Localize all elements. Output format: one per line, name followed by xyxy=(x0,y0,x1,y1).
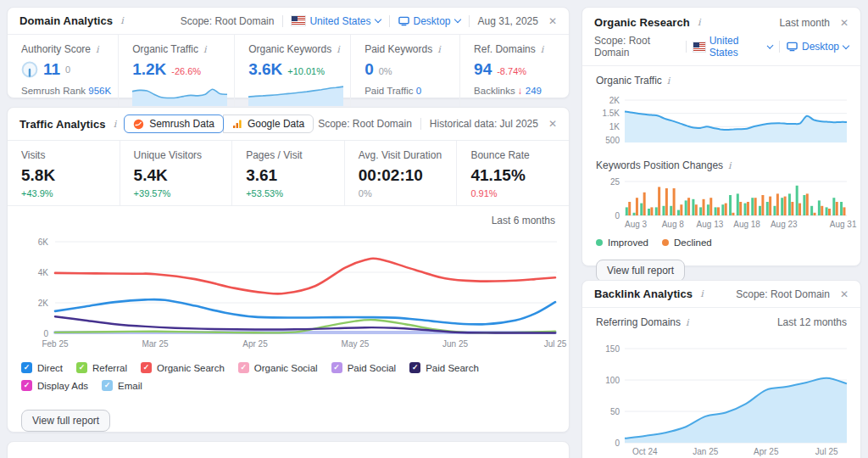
country-selector[interactable]: United States xyxy=(693,35,773,59)
backlink-analytics-title: Backlink Analytics xyxy=(594,288,693,300)
legend-organic-search[interactable]: ✓Organic Search xyxy=(141,362,225,373)
svg-text:Aug 3: Aug 3 xyxy=(625,220,648,229)
chevron-down-icon xyxy=(453,16,460,23)
svg-text:1K: 1K xyxy=(609,122,620,131)
range-label: Last 6 months xyxy=(21,215,555,226)
close-icon[interactable]: ✕ xyxy=(548,15,557,27)
divider xyxy=(779,41,780,53)
info-icon[interactable]: i xyxy=(697,17,702,28)
metric-organic-keywords: Organic Keywordsi 3.6K+10.01% xyxy=(234,35,350,113)
tab-semrush-data[interactable]: Semrush Data xyxy=(124,114,224,133)
svg-text:150: 150 xyxy=(605,344,620,354)
divider xyxy=(420,118,421,130)
checkbox-icon: ✓ xyxy=(238,362,249,373)
legend-referral[interactable]: ✓Referral xyxy=(76,362,127,373)
traffic-metrics-row: Visits 5.8K +43.9% Unique Visitors 5.4K … xyxy=(8,141,569,206)
svg-text:Apr 25: Apr 25 xyxy=(242,339,268,349)
legend-label: Organic Search xyxy=(157,363,225,373)
chevron-down-icon xyxy=(766,42,773,48)
tab-google-data[interactable]: Google Data xyxy=(223,114,314,133)
svg-text:25: 25 xyxy=(610,177,620,187)
close-icon[interactable]: ✕ xyxy=(840,288,849,300)
info-icon[interactable]: i xyxy=(437,44,442,55)
metric-authority-score: Authority Scorei 11 0 Semrush Rank 956K xyxy=(8,35,118,113)
metric-visits: Visits 5.8K +43.9% xyxy=(8,141,120,205)
traffic-analytics-title: Traffic Analytics xyxy=(19,118,106,131)
legend-label: Organic Social xyxy=(254,363,318,373)
svg-text:2K: 2K xyxy=(609,96,620,105)
organic-research-title: Organic Research xyxy=(594,16,690,29)
referring-domains-chart[interactable]: 150100500Oct 24Jan 25Apr 25Jul 25 xyxy=(596,338,849,458)
svg-text:Feb 25: Feb 25 xyxy=(42,339,69,349)
backlink-analytics-panel: Backlink Analytics i Scope: Root Domain … xyxy=(581,280,861,458)
view-full-report-button[interactable]: View full report xyxy=(596,260,685,282)
backlinks-link[interactable]: 249 xyxy=(526,86,542,96)
info-icon[interactable]: i xyxy=(685,317,690,328)
info-icon[interactable]: i xyxy=(336,44,341,55)
svg-text:May 25: May 25 xyxy=(342,339,370,349)
device-selector[interactable]: Desktop xyxy=(398,15,460,27)
dot-icon xyxy=(662,239,669,246)
legend-paid-social[interactable]: ✓Paid Social xyxy=(331,362,397,373)
legend-organic-social[interactable]: ✓Organic Social xyxy=(238,362,318,373)
svg-text:Aug 23: Aug 23 xyxy=(771,220,798,229)
svg-text:Mar 25: Mar 25 xyxy=(142,339,169,349)
info-icon[interactable]: i xyxy=(203,44,208,55)
organic-keywords-sparkline xyxy=(248,81,343,106)
view-full-report-button[interactable]: View full report xyxy=(21,410,110,432)
analytics-dashboard: Domain Analytics i Scope: Root Domain Un… xyxy=(0,0,868,458)
legend-label: Referral xyxy=(92,363,127,373)
metric-avg-visit-duration: Avg. Visit Duration 00:02:10 0% xyxy=(344,141,457,205)
legend-label: Improved xyxy=(608,237,648,248)
info-icon[interactable]: i xyxy=(727,160,732,171)
scope-label: Scope: Root Domain xyxy=(181,15,275,27)
info-icon[interactable]: i xyxy=(120,15,125,26)
info-icon[interactable]: i xyxy=(699,288,704,299)
legend-paid-search[interactable]: ✓Paid Search xyxy=(409,362,479,373)
legend-label: Display Ads xyxy=(37,381,88,391)
legend-email[interactable]: ✓Email xyxy=(102,380,142,391)
svg-text:Jun 25: Jun 25 xyxy=(442,339,468,349)
legend-label: Paid Search xyxy=(426,363,479,373)
semrush-rank-link[interactable]: 956K xyxy=(88,86,111,96)
scope-label: Scope: Root Domain xyxy=(736,288,830,300)
checkbox-icon: ✓ xyxy=(21,380,32,391)
metric-bounce-rate: Bounce Rate 41.15% 0.91% xyxy=(456,141,569,205)
info-icon[interactable]: i xyxy=(95,44,100,55)
divider xyxy=(469,15,470,27)
svg-text:6K: 6K xyxy=(38,237,49,247)
authority-gauge-icon xyxy=(21,61,38,78)
legend-display-ads[interactable]: ✓Display Ads xyxy=(21,380,88,391)
divider xyxy=(686,41,687,53)
traffic-trend-chart[interactable]: 02K4K6KFeb 25Mar 25Apr 25May 25Jun 25Jul… xyxy=(21,233,557,352)
svg-text:0: 0 xyxy=(615,211,620,221)
svg-text:50: 50 xyxy=(610,407,620,416)
chevron-down-icon xyxy=(843,42,849,48)
legend-improved[interactable]: Improved xyxy=(596,237,648,248)
info-icon[interactable]: i xyxy=(540,44,545,55)
domain-analytics-title: Domain Analytics xyxy=(19,14,113,27)
data-source-toggle: Semrush Data Google Data xyxy=(124,114,314,133)
date-label: Aug 31, 2025 xyxy=(478,15,538,27)
svg-text:100: 100 xyxy=(605,376,620,385)
dot-icon xyxy=(596,239,603,246)
traffic-analytics-panel: Traffic Analytics i Semrush Data Google … xyxy=(7,107,570,433)
legend-declined[interactable]: Declined xyxy=(662,237,712,248)
info-icon[interactable]: i xyxy=(113,119,118,130)
paid-traffic-link[interactable]: 0 xyxy=(416,86,421,96)
close-icon[interactable]: ✕ xyxy=(548,118,557,130)
checkbox-icon: ✓ xyxy=(21,362,32,373)
svg-text:0: 0 xyxy=(43,329,48,338)
legend-label: Declined xyxy=(674,237,712,248)
legend-direct[interactable]: ✓Direct xyxy=(21,362,63,373)
metric-unique-visitors: Unique Visitors 5.4K +39.57% xyxy=(120,141,232,205)
organic-traffic-chart[interactable]: 2K1.5K1K500 xyxy=(596,95,849,146)
legend-label: Email xyxy=(118,381,142,391)
svg-text:1.5K: 1.5K xyxy=(602,109,620,118)
keywords-position-changes-chart[interactable]: 250Aug 3Aug 8Aug 13Aug 18Aug 23Aug 31 xyxy=(596,178,849,231)
country-selector[interactable]: United States xyxy=(292,15,380,27)
svg-text:Aug 18: Aug 18 xyxy=(733,220,760,229)
close-icon[interactable]: ✕ xyxy=(840,17,849,29)
device-selector[interactable]: Desktop xyxy=(787,41,849,53)
info-icon[interactable]: i xyxy=(666,75,671,87)
